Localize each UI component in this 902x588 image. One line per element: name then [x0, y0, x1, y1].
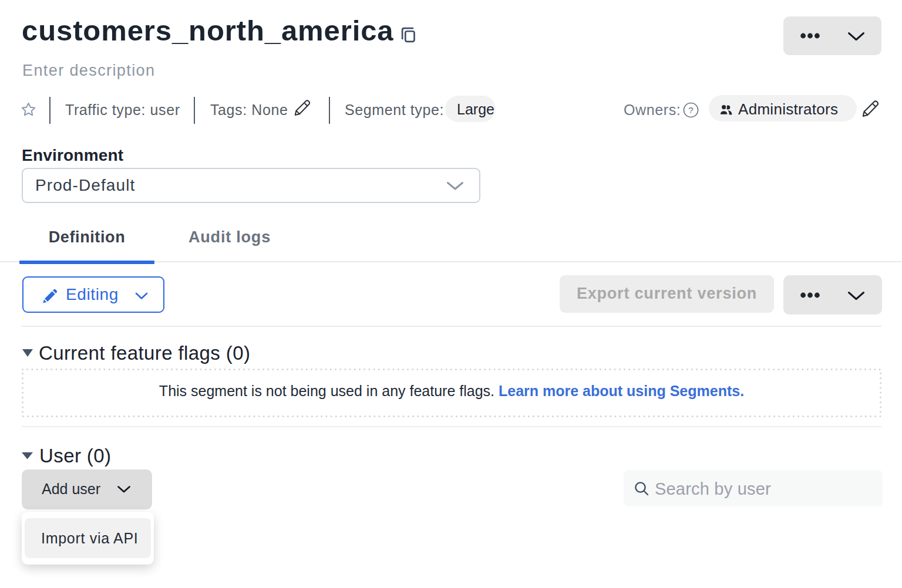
svg-text:?: ? — [688, 105, 693, 115]
